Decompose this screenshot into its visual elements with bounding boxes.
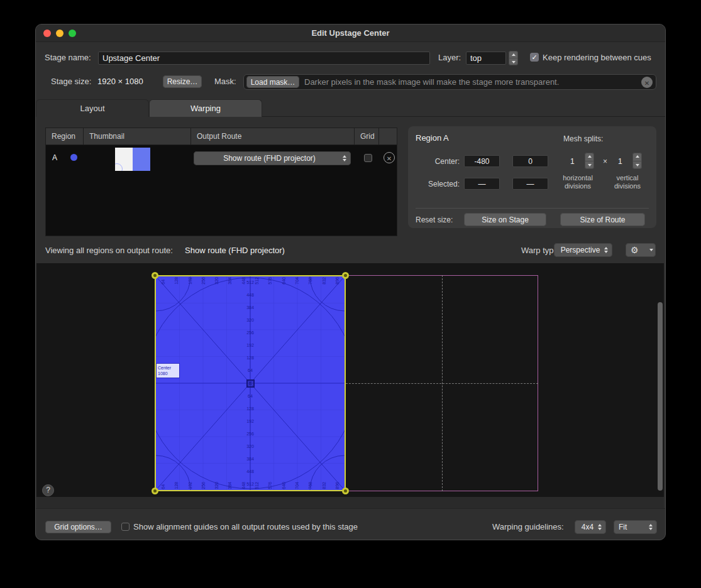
- guidelines-grid-popup[interactable]: 4x4: [575, 520, 606, 534]
- tab-warping[interactable]: Warping: [149, 99, 262, 117]
- viewing-value: Show route (FHD projector): [185, 246, 285, 255]
- col-grid: Grid: [355, 128, 379, 144]
- size-of-route-button[interactable]: Size of Route: [560, 213, 645, 226]
- panel-divider: [416, 208, 649, 209]
- viewing-label: Viewing all regions on output route:: [45, 246, 173, 255]
- chevron-down-icon: [636, 164, 639, 166]
- close-icon: [644, 77, 649, 88]
- region-a-surface[interactable]: 5124483843202561921286406412819225632038…: [155, 275, 346, 491]
- col-actions: [379, 128, 397, 144]
- region-thumbnail: [115, 148, 150, 171]
- close-button[interactable]: [43, 30, 51, 37]
- stage-size-value: 1920 × 1080: [97, 77, 143, 86]
- footer-divider: [36, 508, 665, 509]
- region-panel: Region A Mesh splits: Center: 1 × 1 hori…: [408, 126, 656, 228]
- horizontal-divisions-label: horizontal divisions: [553, 174, 603, 190]
- center-label: Center:: [408, 157, 460, 166]
- region-color-dot[interactable]: [70, 154, 77, 161]
- regions-table-body: A Show route (FHD projector): [46, 145, 397, 236]
- mask-placeholder: Darker pixels in the mask image will mak…: [304, 77, 559, 87]
- output-route-popup[interactable]: Show route (FHD projector): [194, 151, 351, 165]
- guidelines-fit-value: Fit: [619, 523, 646, 531]
- tab-layout[interactable]: Layout: [36, 99, 149, 117]
- col-thumbnail: Thumbnail: [84, 128, 191, 144]
- chevron-updown-icon: [595, 524, 604, 530]
- mask-field: Load mask… Darker pixels in the mask ima…: [243, 74, 656, 90]
- resize-button[interactable]: Resize…: [163, 75, 202, 88]
- stepper-down-button[interactable]: [632, 161, 642, 170]
- clear-mask-button[interactable]: [641, 77, 653, 88]
- chevron-up-icon: [512, 53, 516, 56]
- chevron-down-icon: [588, 164, 592, 166]
- region-center-handle[interactable]: [246, 379, 255, 388]
- titlebar[interactable]: Edit Upstage Center: [36, 24, 665, 42]
- warping-guidelines-label: Warping guidelines:: [492, 522, 564, 531]
- regions-table: Region Thumbnail Output Route Grid A Sho…: [45, 128, 397, 236]
- mesh-horizontal-stepper[interactable]: [585, 153, 594, 169]
- minimize-button[interactable]: [56, 30, 63, 37]
- layer-input[interactable]: [466, 52, 506, 65]
- keep-rendering-checkbox[interactable]: [530, 53, 539, 62]
- mesh-splits-label: Mesh splits:: [563, 134, 603, 143]
- mesh-vertical-value: 1: [618, 157, 622, 166]
- help-button[interactable]: ?: [42, 484, 54, 496]
- stepper-up-button[interactable]: [509, 51, 518, 58]
- layer-label: Layer:: [438, 53, 461, 62]
- delete-region-button[interactable]: [384, 152, 395, 163]
- chevron-up-icon: [636, 155, 639, 158]
- stepper-down-button[interactable]: [585, 161, 594, 170]
- window-title: Edit Upstage Center: [36, 24, 665, 42]
- center-y-field[interactable]: [512, 155, 548, 167]
- chevron-updown-icon: [340, 155, 348, 161]
- chevron-down-icon: [649, 249, 653, 251]
- grid-checkbox[interactable]: [364, 154, 372, 162]
- output-route-value: Show route (FHD projector): [199, 154, 340, 163]
- guidelines-fit-popup[interactable]: Fit: [614, 520, 657, 534]
- edit-stage-dialog: Edit Upstage Center Stage name: Layer: K…: [35, 24, 666, 540]
- corner-handle-bottom-left[interactable]: [152, 487, 158, 494]
- selected-x-field[interactable]: [464, 178, 500, 190]
- stage-name-label: Stage name:: [45, 53, 91, 62]
- zoom-button[interactable]: [69, 30, 76, 37]
- mesh-vertical-stepper[interactable]: [632, 153, 642, 169]
- keep-rendering-label: Keep rendering between cues: [543, 53, 651, 62]
- warp-type-popup[interactable]: Perspective: [554, 243, 612, 257]
- mesh-horizontal-value: 1: [570, 157, 575, 166]
- corner-handle-top-left[interactable]: [152, 272, 158, 279]
- stepper-up-button[interactable]: [632, 153, 642, 161]
- region-name: A: [52, 153, 57, 162]
- stepper-up-button[interactable]: [585, 153, 594, 161]
- regions-table-header: Region Thumbnail Output Route Grid: [46, 128, 397, 145]
- warp-type-value: Perspective: [559, 246, 602, 254]
- center-tag-line1: Center: [158, 365, 178, 371]
- col-region: Region: [46, 128, 84, 144]
- corner-handle-top-right[interactable]: [342, 272, 349, 279]
- vertical-divisions-label: vertical divisions: [605, 174, 649, 190]
- thumbnail-circle: [115, 163, 123, 171]
- corner-handle-bottom-right[interactable]: [342, 487, 349, 494]
- stepper-down-button[interactable]: [509, 58, 518, 65]
- alignment-guides-checkbox[interactable]: [121, 523, 130, 531]
- guideline-horizontal: [346, 383, 538, 384]
- thumbnail-stage: [115, 148, 133, 171]
- size-on-stage-button[interactable]: Size on Stage: [464, 213, 546, 226]
- close-icon: [387, 152, 392, 163]
- layer-stepper[interactable]: [509, 51, 518, 65]
- vertical-scrollbar[interactable]: [658, 302, 663, 491]
- selected-y-field[interactable]: [512, 178, 548, 190]
- guidelines-grid-value: 4x4: [580, 523, 595, 531]
- region-panel-title: Region A: [416, 133, 449, 143]
- mask-label: Mask:: [214, 77, 236, 86]
- warp-settings-popup[interactable]: [626, 243, 656, 257]
- warp-canvas[interactable]: 5124483843202561921286406412819225632038…: [36, 263, 664, 508]
- center-x-field[interactable]: [464, 155, 500, 167]
- stage-size-label: Stage size:: [51, 77, 91, 86]
- chevron-down-icon: [512, 61, 516, 63]
- load-mask-button[interactable]: Load mask…: [246, 76, 299, 88]
- stage-name-input[interactable]: [98, 52, 430, 65]
- col-output-route: Output Route: [191, 128, 355, 144]
- grid-options-button[interactable]: Grid options…: [45, 521, 111, 533]
- thumbnail-region: [133, 148, 150, 171]
- horizontal-scrollbar-track[interactable]: [36, 497, 664, 508]
- center-tag: Center 1080: [156, 363, 180, 378]
